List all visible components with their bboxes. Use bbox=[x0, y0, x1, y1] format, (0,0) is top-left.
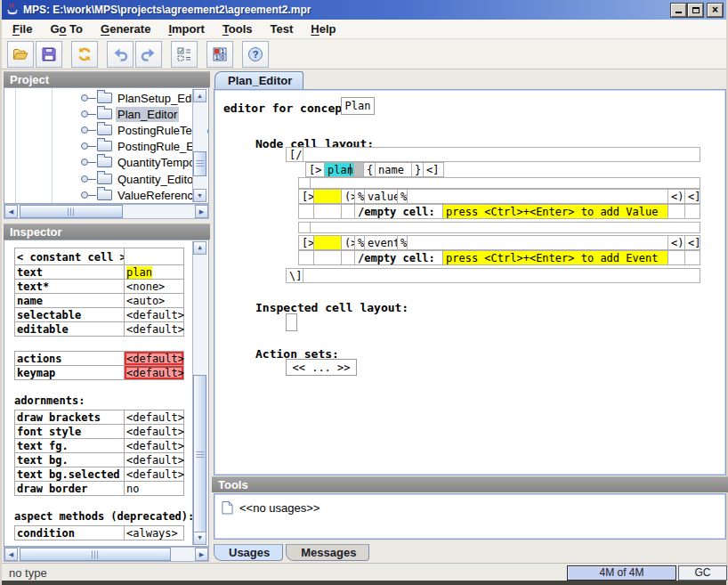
properties-button[interactable] bbox=[171, 41, 198, 68]
editor-cell-[interactable]: <] bbox=[684, 189, 700, 204]
editor-cell-[interactable]: <] bbox=[684, 235, 700, 250]
editor-cell-value[interactable]: value bbox=[364, 189, 398, 204]
tab-messages[interactable]: Messages bbox=[286, 544, 369, 561]
property-value[interactable]: no bbox=[124, 481, 184, 496]
editor-cell[interactable] bbox=[313, 189, 342, 204]
scrollbar-thumb[interactable] bbox=[20, 205, 123, 218]
tree-expand-handle-icon[interactable] bbox=[81, 191, 88, 199]
menu-file[interactable]: File bbox=[4, 20, 41, 37]
tree-expand-handle-icon[interactable] bbox=[81, 94, 88, 102]
close-button[interactable]: × bbox=[708, 4, 723, 17]
editor-cell-[interactable]: } bbox=[411, 162, 424, 177]
editor-cell[interactable] bbox=[313, 250, 342, 265]
tree-expand-handle-icon[interactable] bbox=[81, 126, 88, 134]
scroll-up-button[interactable]: ▲ bbox=[193, 241, 206, 255]
scrollbar-thumb[interactable] bbox=[20, 548, 171, 561]
editor-cell-press-ctrl-enter-to-add-value[interactable]: press <Ctrl>+<Enter> to add Value bbox=[442, 204, 668, 219]
editor-cell[interactable] bbox=[684, 250, 700, 265]
editor-cell-[interactable]: [/ bbox=[286, 147, 303, 162]
editor-cell[interactable] bbox=[298, 204, 314, 219]
scroll-left-button[interactable]: ◀ bbox=[4, 548, 18, 561]
editor-cell[interactable] bbox=[310, 177, 700, 189]
property-value[interactable]: <default> bbox=[124, 410, 184, 425]
inspected-cell-placeholder[interactable] bbox=[286, 313, 297, 331]
property-value[interactable]: <auto> bbox=[124, 293, 184, 308]
inspector-panel-header[interactable]: Inspector bbox=[4, 223, 210, 240]
editor-cell-[interactable]: (> bbox=[341, 189, 355, 204]
scrollbar-thumb[interactable] bbox=[193, 375, 206, 535]
editor-cell[interactable] bbox=[313, 235, 342, 250]
editor-panel[interactable]: editor for concept Plan Node cell layout… bbox=[214, 89, 726, 475]
editor-cell[interactable] bbox=[298, 222, 311, 233]
tree-expand-handle-icon[interactable] bbox=[81, 175, 88, 183]
menu-generate[interactable]: Generate bbox=[92, 20, 159, 37]
tree-item-plan-editor[interactable]: Plan_Editor bbox=[4, 106, 208, 122]
property-value[interactable]: <default> bbox=[124, 351, 184, 366]
tree-item-quantity-editor[interactable]: Quantity_Editor bbox=[4, 171, 208, 187]
editor-cell-[interactable]: [> bbox=[305, 162, 325, 177]
editor-cell[interactable] bbox=[407, 235, 668, 250]
property-value[interactable]: <none> bbox=[124, 279, 184, 294]
menu-tools[interactable]: Tools bbox=[214, 20, 262, 37]
editor-cell-empty-cell[interactable]: /empty cell: bbox=[354, 204, 443, 219]
tree-item-valuereference[interactable]: ValueReference_ bbox=[4, 187, 208, 203]
tree-item-postingrule-edit[interactable]: PostingRule_Edit bbox=[4, 138, 208, 154]
editor-cell-[interactable]: [> bbox=[298, 235, 314, 250]
editor-cell[interactable] bbox=[298, 250, 314, 265]
memory-indicator[interactable]: 4M of 4M bbox=[567, 565, 676, 581]
editor-cell-[interactable]: <) bbox=[667, 235, 685, 250]
property-value[interactable] bbox=[124, 248, 184, 265]
editor-cell[interactable] bbox=[298, 177, 311, 189]
generate-button[interactable]: 110 bbox=[206, 41, 233, 68]
editor-cell[interactable] bbox=[303, 147, 700, 162]
editor-cell-name[interactable]: name bbox=[375, 162, 412, 177]
menu-help[interactable]: Help bbox=[302, 20, 344, 37]
editor-cell[interactable] bbox=[310, 222, 700, 233]
usages-view[interactable]: <<no usages>> bbox=[214, 493, 726, 540]
save-button[interactable] bbox=[36, 41, 62, 68]
tree-expand-handle-icon[interactable] bbox=[81, 142, 88, 150]
gc-button[interactable]: GC bbox=[678, 565, 727, 581]
inspector-horizontal-scrollbar[interactable]: ◀ ▶ bbox=[4, 547, 209, 562]
redo-button[interactable] bbox=[135, 41, 162, 68]
scrollbar-thumb[interactable] bbox=[193, 151, 206, 176]
project-horizontal-scrollbar[interactable]: ◀ ▶ bbox=[4, 204, 209, 219]
scroll-down-button[interactable]: ▼ bbox=[193, 189, 206, 202]
editor-cell-event[interactable]: event bbox=[364, 235, 398, 250]
editor-cell-plan[interactable]: plan bbox=[324, 162, 354, 177]
scroll-left-button[interactable]: ◀ bbox=[4, 205, 18, 218]
editor-cell-[interactable]: [> bbox=[298, 189, 314, 204]
property-value[interactable]: <default> bbox=[124, 321, 184, 337]
tree-expand-handle-icon[interactable] bbox=[81, 110, 88, 118]
editor-cell[interactable] bbox=[313, 204, 342, 219]
editor-cell[interactable] bbox=[667, 250, 685, 265]
title-bar[interactable]: MPS: E:\work\MPS\projects\agreement2\agr… bbox=[2, 0, 726, 20]
editor-cell[interactable] bbox=[341, 250, 355, 265]
editor-cell-[interactable]: <] bbox=[423, 162, 444, 177]
property-value[interactable]: <default> bbox=[124, 452, 184, 467]
usage-list-item[interactable]: <<no usages>> bbox=[222, 500, 320, 515]
editor-cell-[interactable]: \] bbox=[286, 268, 303, 283]
project-vertical-scrollbar[interactable]: ▲ ▼ bbox=[192, 89, 207, 202]
help-button[interactable]: ? bbox=[242, 41, 269, 68]
property-value[interactable]: <default> bbox=[124, 424, 184, 439]
property-value[interactable]: plan bbox=[124, 264, 184, 280]
menu-go-to[interactable]: Go To bbox=[41, 20, 92, 37]
tab-plan-editor[interactable]: Plan_Editor bbox=[214, 71, 303, 89]
menu-import[interactable]: Import bbox=[159, 20, 213, 37]
open-button[interactable] bbox=[7, 41, 34, 68]
property-value[interactable]: <default> bbox=[124, 438, 184, 453]
project-panel-header[interactable]: Project bbox=[4, 71, 210, 87]
scroll-right-button[interactable]: ▶ bbox=[195, 205, 208, 218]
editor-cell-[interactable]: { bbox=[363, 162, 376, 177]
undo-button[interactable] bbox=[107, 41, 133, 68]
reload-button[interactable] bbox=[71, 41, 98, 68]
menu-test[interactable]: Test bbox=[262, 20, 303, 37]
tree-item-quantitytempor[interactable]: QuantityTempor bbox=[4, 154, 208, 170]
editor-cell-press-ctrl-enter-to-add-event[interactable]: press <Ctrl>+<Enter> to add Event bbox=[442, 250, 668, 265]
tree-expand-handle-icon[interactable] bbox=[81, 158, 88, 166]
tools-panel-header[interactable]: Tools bbox=[212, 476, 728, 492]
property-value[interactable]: <default> bbox=[124, 307, 184, 322]
editor-cell[interactable] bbox=[407, 189, 668, 204]
maximize-button[interactable] bbox=[688, 4, 703, 17]
